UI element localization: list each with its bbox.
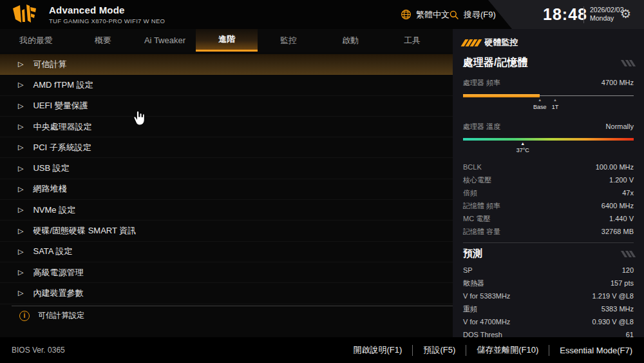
cpu-freq-markers: ▲Base ▲1T xyxy=(463,97,634,113)
hardware-monitor-title: 硬體監控 xyxy=(485,37,518,48)
clock-panel: 18:48 2026/02/02 Monday ⚙ xyxy=(488,0,644,29)
clock-separator xyxy=(583,6,584,23)
section-stripes-icon xyxy=(623,251,634,257)
date-block: 2026/02/02 Monday xyxy=(590,6,624,23)
tab-advanced[interactable]: 進階 xyxy=(196,29,258,52)
monitor-row: 重頻5383 MHz xyxy=(463,302,634,315)
stripes-icon xyxy=(463,39,480,46)
page-title: Advanced Mode xyxy=(49,5,165,15)
item-description-row: i 可信計算設定 xyxy=(0,306,453,326)
submenu-arrow-icon: ▷ xyxy=(18,81,23,88)
tab-bar: 我的最愛 概要 Ai Tweaker 進階 監控 啟動 工具 離開 xyxy=(0,29,453,52)
settings-gear-icon[interactable]: ⚙ xyxy=(620,7,631,21)
monitor-row: V for 5383MHz1.219 V @L8 xyxy=(463,289,634,302)
monitor-divider xyxy=(463,242,634,243)
menu-item-trusted-computing[interactable]: ▷可信計算 xyxy=(0,54,453,75)
footer-actions: 開啟說明(F1) 預設(F5) 儲存並離開(F10) Essential Mod… xyxy=(350,342,636,358)
motherboard-model: TUF GAMING X870-PRO WIFI7 W NEO xyxy=(49,17,165,25)
submenu-arrow-icon: ▷ xyxy=(18,103,23,110)
help-button[interactable]: 開啟說明(F1) xyxy=(350,342,406,358)
monitor-row: 散熱器157 pts xyxy=(463,277,634,289)
footer-separator xyxy=(466,345,466,356)
submenu-arrow-icon: ▷ xyxy=(18,165,23,172)
bios-version: BIOS Ver. 0365 xyxy=(12,346,65,355)
hardware-monitor-header: 硬體監控 xyxy=(463,37,634,48)
menu-item-amd-ftpm[interactable]: ▷AMD fTPM 設定 xyxy=(0,75,453,95)
item-description: 可信計算設定 xyxy=(38,310,84,321)
globe-icon xyxy=(401,9,412,20)
prediction-section-title: 預測 xyxy=(463,248,482,260)
tab-exit[interactable]: 離開 xyxy=(443,29,453,52)
marker-triangle-icon: ▲ xyxy=(553,98,557,103)
info-icon: i xyxy=(19,311,30,321)
menu-item-usb-configuration[interactable]: ▷USB 設定 xyxy=(0,158,453,179)
section-stripes-icon xyxy=(623,60,634,66)
cpu-frequency-label: 處理器 頻率 xyxy=(463,78,500,88)
prediction-values: SP120 散熱器157 pts V for 5383MHz1.219 V @L… xyxy=(463,264,634,341)
menu-item-cpu-configuration[interactable]: ▷中央處理器設定 xyxy=(0,117,453,137)
top-bar: Advanced Mode TUF GAMING X870-PRO WIFI7 … xyxy=(0,0,644,29)
monitor-row: V for 4700MHz0.930 V @L8 xyxy=(463,315,634,328)
monitor-row: 倍頻47x xyxy=(463,186,634,199)
advanced-menu-panel: ▷可信計算 ▷AMD fTPM 設定 ▷UEFI 變量保護 ▷中央處理器設定 ▷… xyxy=(0,52,453,337)
menu-item-sata-configuration[interactable]: ▷SATA 設定 xyxy=(0,242,453,262)
tab-tool[interactable]: 工具 xyxy=(381,29,443,52)
title-block: Advanced Mode TUF GAMING X870-PRO WIFI7 … xyxy=(49,5,165,25)
submenu-arrow-icon: ▷ xyxy=(18,228,23,235)
submenu-arrow-icon: ▷ xyxy=(18,289,23,297)
temp-marker: ▲37°C xyxy=(516,141,529,153)
submenu-arrow-icon: ▷ xyxy=(18,248,23,255)
submenu-arrow-icon: ▷ xyxy=(18,206,23,213)
submenu-arrow-icon: ▷ xyxy=(18,61,23,68)
monitor-row: BCLK100.00 MHz xyxy=(463,161,634,173)
search-label: 搜尋(F9) xyxy=(464,9,496,21)
defaults-button[interactable]: 預設(F5) xyxy=(419,342,459,358)
footer-separator xyxy=(549,345,549,356)
submenu-arrow-icon: ▷ xyxy=(18,144,23,151)
marker-triangle-icon: ▲ xyxy=(538,98,542,103)
monitor-row: SP120 xyxy=(463,264,634,277)
cpu-mem-section-title: 處理器/記憶體 xyxy=(463,56,527,70)
language-label: 繁體中文 xyxy=(416,9,450,21)
freq-marker: ▲Base xyxy=(533,98,547,110)
tab-monitor[interactable]: 監控 xyxy=(258,29,319,52)
search-icon xyxy=(449,10,459,20)
cpu-temperature-row: 處理器 溫度Normally ▲37°C xyxy=(463,120,634,157)
menu-item-uefi-variable-protection[interactable]: ▷UEFI 變量保護 xyxy=(0,96,453,117)
bottom-bar: BIOS Ver. 0365 開啟說明(F1) 預設(F5) 儲存並離開(F10… xyxy=(0,337,644,363)
menu-item-nvme-configuration[interactable]: ▷NVMe 設定 xyxy=(0,200,453,221)
submenu-arrow-icon: ▷ xyxy=(18,123,23,130)
monitor-row: MC 電壓1.440 V xyxy=(463,212,634,225)
search-button[interactable]: 搜尋(F9) xyxy=(449,0,496,29)
menu-item-onboard-devices[interactable]: ▷內建裝置參數 xyxy=(0,283,453,304)
monitor-row: 記憶體 頻率6400 MHz xyxy=(463,199,634,212)
menu-item-network-stack[interactable]: ▷網路堆棧 xyxy=(0,179,453,200)
cpu-mem-section-header: 處理器/記憶體 xyxy=(463,56,634,70)
cpu-temperature-value: Normally xyxy=(606,123,634,130)
prediction-section-header: 預測 xyxy=(463,248,634,260)
menu-item-apm-configuration[interactable]: ▷高級電源管理 xyxy=(0,262,453,283)
footer-separator xyxy=(412,345,413,356)
tab-main[interactable]: 概要 xyxy=(72,29,134,52)
tuf-logo-icon xyxy=(10,3,39,26)
clock-weekday: Monday xyxy=(590,14,624,23)
menu-list: ▷可信計算 ▷AMD fTPM 設定 ▷UEFI 變量保護 ▷中央處理器設定 ▷… xyxy=(0,54,453,304)
submenu-arrow-icon: ▷ xyxy=(18,186,23,193)
cpu-mem-values: BCLK100.00 MHz 核心電壓1.200 V 倍頻47x 記憶體 頻率6… xyxy=(463,161,634,238)
tab-ai-tweaker[interactable]: Ai Tweaker xyxy=(134,29,196,52)
menu-item-pci-subsystem[interactable]: ▷PCI 子系統設定 xyxy=(0,137,453,158)
cpu-temp-markers: ▲37°C xyxy=(463,141,634,157)
essential-mode-button[interactable]: Essential Mode(F7) xyxy=(556,343,636,358)
bios-screen: Advanced Mode TUF GAMING X870-PRO WIFI7 … xyxy=(0,0,644,363)
menu-item-smart-info[interactable]: ▷硬碟/固態硬碟 SMART 資訊 xyxy=(0,221,453,241)
tab-boot[interactable]: 啟動 xyxy=(319,29,381,52)
language-selector[interactable]: 繁體中文 xyxy=(401,0,450,29)
monitor-row: 記憶體 容量32768 MB xyxy=(463,225,634,238)
monitor-row: 核心電壓1.200 V xyxy=(463,173,634,186)
clock-time: 18:48 xyxy=(543,5,587,24)
cpu-temperature-label: 處理器 溫度 xyxy=(463,122,500,132)
tab-my-favorites[interactable]: 我的最愛 xyxy=(0,29,72,52)
cpu-frequency-value: 4700 MHz xyxy=(601,79,634,86)
cpu-frequency-row: 處理器 頻率4700 MHz ▲Base ▲1T xyxy=(463,76,634,113)
save-exit-button[interactable]: 儲存並離開(F10) xyxy=(473,342,542,358)
